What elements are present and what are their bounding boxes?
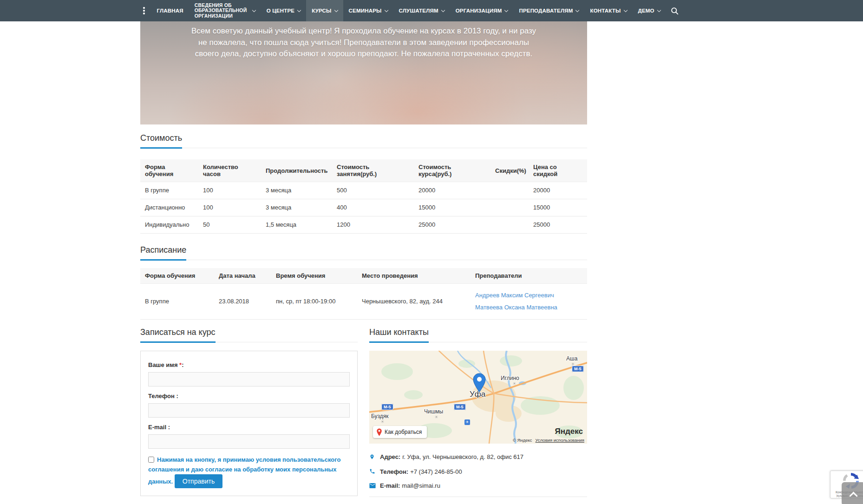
nav-item-prepodavatelyam[interactable]: ПРЕПОДАВАТЕЛЯМ [513, 0, 584, 21]
nav-label: СЕМИНАРЫ [349, 8, 382, 13]
nav-item-kontakty[interactable]: КОНТАКТЫ [584, 0, 632, 21]
cell: 23.08.2018 [214, 284, 271, 320]
cell: 400 [332, 199, 414, 216]
nav-item-o-centre[interactable]: О ЦЕНТРЕ [261, 0, 306, 21]
schedule-header-row: Форма обучения Дата начала Время обучени… [140, 268, 587, 284]
nav-label: ПРЕПОДАВАТЕЛЯМ [519, 8, 573, 13]
nav-label: О ЦЕНТРЕ [267, 8, 294, 13]
location-pin-icon [369, 453, 376, 462]
column-header: Цена со скидкой [529, 159, 587, 182]
road-badge: М-5 [572, 366, 584, 372]
cell: В группе [140, 182, 198, 199]
contact-list: Адрес:г. Уфа, ул. Чернышевского, д. 82, … [369, 453, 587, 497]
schedule-title-rule: Расписание [140, 245, 587, 260]
testimonial-text: Всем советую данный учебный центр! Я про… [187, 21, 540, 60]
map-pin-icon[interactable] [472, 373, 486, 393]
column-header: Время обучения [271, 268, 357, 284]
email-field-label: E-mail : [148, 424, 350, 431]
cell: 500 [332, 182, 414, 199]
signup-title-rule: Записаться на курс [140, 327, 358, 342]
nav-item-main[interactable]: ГЛАВНАЯ [151, 0, 189, 21]
email-value: mail@simai.ru [402, 482, 440, 489]
nav-item-slushatelyam[interactable]: СЛУШАТЕЛЯМ [393, 0, 450, 21]
nav-label: КОНТАКТЫ [590, 8, 621, 13]
map-town-label: Аша [566, 355, 577, 362]
phone-label: Телефон: [380, 468, 408, 475]
column-header: Количество часов [198, 159, 261, 182]
divider [369, 497, 587, 497]
nav-item-seminary[interactable]: СЕМИНАРЫ [343, 0, 393, 21]
chevron-down-icon [297, 8, 301, 12]
yandex-logo[interactable]: Яндекс [555, 427, 583, 436]
nav-label: ГЛАВНАЯ [157, 8, 183, 13]
cell [490, 216, 529, 234]
teacher-link[interactable]: Андреев Максим Сергеевич [475, 289, 582, 301]
nav-item-kursy[interactable]: КУРСЫ [306, 0, 343, 21]
search-icon[interactable] [666, 7, 683, 15]
email-field[interactable] [148, 434, 350, 449]
signup-title: Записаться на курс [140, 327, 216, 343]
chevron-down-icon [384, 8, 388, 12]
cell: 15000 [414, 199, 490, 216]
address-label: Адрес: [380, 453, 400, 460]
column-header: Форма обучения [140, 159, 198, 182]
column-header: Скидки(%) [490, 159, 529, 182]
email-icon [369, 482, 376, 490]
town-dot [513, 382, 516, 385]
cell: 20000 [529, 182, 587, 199]
address-value: г. Уфа, ул. Чернышевского, д. 82, офис 6… [402, 453, 523, 460]
phone-row: Телефон:+7 (347) 246-85-00 [369, 468, 587, 476]
nav-item-demo[interactable]: ДЕМО [633, 0, 666, 21]
name-field-label: Ваше имя *: [148, 361, 350, 368]
chevron-down-icon [252, 8, 255, 12]
chevron-down-icon [441, 8, 445, 12]
nav-item-organizaciyam[interactable]: ОРГАНИЗАЦИЯМ [450, 0, 514, 21]
address-row: Адрес:г. Уфа, ул. Чернышевского, д. 82, … [369, 453, 587, 462]
town-dot [572, 363, 574, 365]
cell: 100 [198, 199, 261, 216]
submit-button[interactable]: Отправить [175, 474, 222, 488]
signup-section: Записаться на курс Ваше имя *: Телефон :… [140, 327, 358, 496]
chevron-down-icon [575, 8, 579, 12]
phone-field[interactable] [148, 403, 350, 418]
dots-menu-icon[interactable] [140, 7, 151, 14]
column-header: Место проведения [357, 268, 471, 284]
airport-icon: ✈ [464, 419, 470, 425]
chevron-down-icon [334, 8, 338, 12]
teacher-link[interactable]: Матвеева Оксана Матвеевна [475, 301, 582, 314]
map-town-label: Иглино [501, 375, 519, 381]
cell: Индивидуально [140, 216, 198, 234]
cell: 1200 [332, 216, 414, 234]
cell: 25000 [529, 216, 587, 234]
pricing-title: Стоимость [140, 133, 182, 149]
contacts-title-rule: Наши контакты [369, 327, 587, 342]
nav-item-svedeniya[interactable]: СВЕДЕНИЯ ОБ ОБРАЗОВАТЕЛЬНОЙ ОРГАНИЗАЦИИ [189, 0, 261, 21]
cell: 50 [198, 216, 261, 234]
nav-label: ДЕМО [638, 8, 654, 13]
phone-field-label: Телефон : [148, 393, 350, 399]
table-row: В группе 100 3 месяца 500 20000 20000 [140, 182, 587, 199]
yandex-map[interactable]: Аша М-5 Иглино Уфа М-5 Чишмы М-5 Буздяк … [369, 351, 587, 444]
directions-button[interactable]: Как добраться [373, 426, 427, 438]
phone-icon [369, 468, 376, 476]
phone-value: +7 (347) 246-85-00 [410, 468, 462, 475]
cell [490, 182, 529, 199]
cell: 3 месяца [261, 182, 332, 199]
agreement-checkbox[interactable] [148, 457, 154, 463]
cell: В группе [140, 284, 214, 320]
signup-form: Ваше имя *: Телефон : E-mail : Нажимая н… [140, 351, 358, 496]
cell: пн, ср, пт 18:00-19:00 [271, 284, 357, 320]
directions-pin-icon [376, 428, 382, 436]
cell: 100 [198, 182, 261, 199]
column-header: Продолжительность [261, 159, 332, 182]
name-field[interactable] [148, 372, 350, 386]
town-dot [435, 416, 438, 418]
scroll-top-button[interactable] [842, 482, 863, 504]
table-row: Индивидуально 50 1,5 месяца 1200 25000 2… [140, 216, 587, 234]
road-badge: М-5 [381, 404, 393, 410]
table-row: В группе 23.08.2018 пн, ср, пт 18:00-19:… [140, 284, 587, 320]
cell [490, 199, 529, 216]
map-terms-link[interactable]: Условия использования [536, 438, 584, 443]
pricing-header-row: Форма обучения Количество часов Продолжи… [140, 159, 587, 182]
map-town-label: Буздяк [371, 413, 389, 419]
